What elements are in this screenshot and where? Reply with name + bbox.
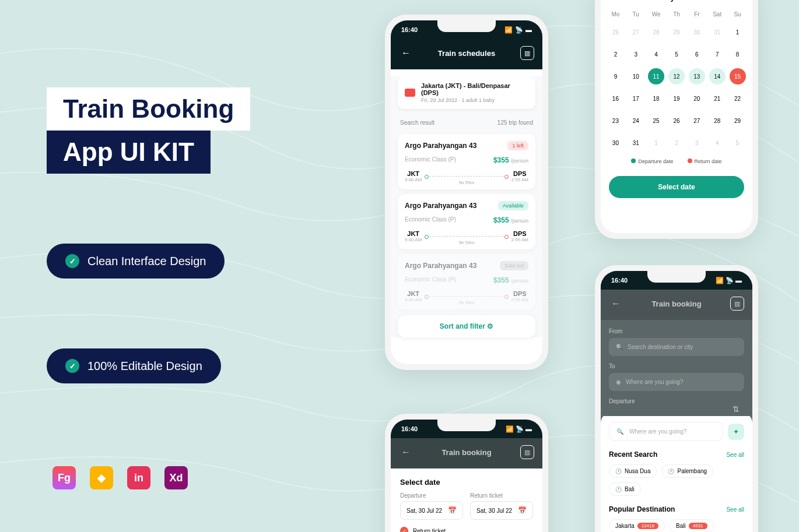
prev-month-icon[interactable]: ‹ (610, 0, 613, 2)
calendar-day[interactable]: 4 (709, 135, 726, 151)
calendar-day[interactable]: 29 (730, 112, 746, 129)
calendar-day[interactable]: 5 (730, 135, 746, 151)
from-time: 9:00 AM (405, 297, 422, 302)
search-input[interactable]: 🔍 Where are you going? (609, 422, 723, 441)
search-icon: 🔍 (616, 344, 623, 350)
calendar-day[interactable]: 13 (689, 68, 705, 84)
calendar-day[interactable]: 15 (730, 68, 746, 84)
availability-badge: Available (498, 201, 528, 210)
calendar-day[interactable]: 26 (607, 24, 623, 40)
calendar-day[interactable]: 3 (689, 135, 705, 151)
calendar-day[interactable]: 6 (689, 46, 705, 62)
see-all-link[interactable]: See all (726, 452, 744, 458)
back-icon[interactable]: ← (609, 297, 623, 311)
calendar-day[interactable]: 3 (628, 46, 644, 62)
feature-2-text: 100% Editable Design (87, 360, 202, 373)
calendar-day[interactable]: 18 (648, 90, 664, 107)
calendar-day[interactable]: 10 (628, 68, 644, 84)
calendar-day[interactable]: 21 (709, 90, 726, 107)
bookmark-icon[interactable]: ▥ (730, 297, 744, 311)
calendar-day[interactable]: 9 (607, 68, 623, 84)
calendar-day[interactable]: 31 (628, 135, 644, 151)
calendar-day[interactable]: 14 (709, 68, 726, 84)
calendar-day[interactable]: 24 (628, 112, 644, 129)
calendar-day[interactable]: 8 (730, 46, 746, 62)
see-all-link[interactable]: See all (726, 506, 744, 513)
calendar-day[interactable]: 2 (607, 46, 623, 62)
status-time: 16:40 (401, 26, 418, 33)
select-date-button[interactable]: Select date (609, 176, 744, 198)
calendar-day[interactable]: 30 (689, 24, 705, 40)
calendar-day[interactable]: 12 (668, 68, 685, 84)
calendar-day[interactable]: 4 (648, 46, 664, 62)
bookmark-icon[interactable]: ▥ (520, 445, 534, 459)
trip-price: $355 /person (493, 156, 528, 164)
calendar-day[interactable]: 29 (668, 24, 685, 40)
sort-filter-button[interactable]: Sort and filter ⚙ (398, 315, 535, 337)
calendar-day[interactable]: 23 (607, 112, 623, 129)
recent-chip[interactable]: 🕐Nusa Dua (609, 464, 657, 478)
clock-icon: 🕐 (615, 487, 622, 492)
notch (437, 420, 496, 431)
locate-button[interactable]: ✦ (728, 424, 744, 440)
calendar-day[interactable]: 31 (709, 24, 726, 40)
trip-card[interactable]: Argo Parahyangan 43 Available Economic C… (398, 194, 535, 249)
bookmark-icon[interactable]: ▥ (520, 46, 534, 60)
to-input[interactable]: ◉ Where are you going? (609, 373, 744, 391)
next-month-icon[interactable]: › (740, 0, 743, 2)
trip-card[interactable]: Argo Parahyangan 43 Sold out Economic Cl… (398, 254, 535, 309)
calendar-day[interactable]: 5 (668, 46, 685, 62)
feature-pill-1: ✓ Clean Interface Design (47, 244, 225, 279)
return-input[interactable]: Sat, 30 Jul 22 📅 (470, 501, 533, 520)
trip-card[interactable]: Argo Parahyangan 43 1 left Economic Clas… (398, 134, 535, 189)
depart-dot-icon (631, 158, 636, 163)
calendar-day[interactable]: 17 (628, 90, 644, 107)
calendar-day[interactable]: 1 (730, 24, 746, 40)
calendar-day[interactable]: 11 (648, 68, 664, 84)
header-title: Train schedules (438, 49, 495, 58)
back-icon[interactable]: ← (399, 445, 413, 459)
status-time: 16:40 (401, 425, 418, 432)
recent-chip[interactable]: 🕐Palembang (661, 464, 713, 478)
calendar-day[interactable]: 26 (668, 112, 685, 129)
notch (647, 271, 706, 283)
popular-chip[interactable]: Bali4531 (670, 519, 713, 532)
promo-title-1: Train Booking (47, 87, 250, 131)
phone-calendar: ‹ July 2022 › MoTuWeThFrSatSu26272829303… (595, 0, 758, 239)
return-dot-icon (688, 158, 692, 163)
location-icon: ◉ (616, 379, 621, 385)
search-result-label: Search result (400, 119, 434, 126)
calendar-day[interactable]: 16 (607, 90, 623, 107)
popular-chip[interactable]: Jakarta12419 (609, 519, 665, 532)
popular-title: Popular Destination (609, 505, 675, 513)
status-icons: 📶 📡 ▬ (504, 26, 532, 34)
calendar-day[interactable]: 1 (648, 135, 664, 151)
calendar-day[interactable]: 28 (709, 112, 726, 129)
day-of-week: We (647, 9, 665, 20)
route-summary-card[interactable]: Jakarta (JKT) - Bali/Denpasar (DPS) Fri,… (398, 76, 535, 109)
recent-chip[interactable]: 🕐Bali (609, 482, 641, 496)
calendar-day[interactable]: 28 (648, 24, 664, 40)
calendar-day[interactable]: 19 (668, 90, 685, 107)
from-code: JKT (405, 290, 422, 297)
calendar-day[interactable]: 27 (689, 112, 705, 129)
calendar-day[interactable]: 20 (689, 90, 705, 107)
tool-icons: Fg ◆ in Xd (52, 466, 188, 489)
calendar-day[interactable]: 27 (628, 24, 644, 40)
trip-count: 125 trip found (497, 119, 533, 126)
calendar-day[interactable]: 25 (648, 112, 664, 129)
calendar-day[interactable]: 30 (607, 135, 623, 151)
swap-icon[interactable]: ⇅ (733, 404, 740, 414)
phone-select-date: 16:40 📶 📡 ▬ ← Train booking ▥ Select dat… (385, 414, 548, 532)
status-icons: 📶 📡 ▬ (506, 425, 532, 433)
from-input[interactable]: 🔍 Search destination or city (609, 338, 744, 356)
trip-class: Economic Class (P) (405, 276, 456, 284)
chip-count: 12419 (637, 523, 658, 529)
calendar-day[interactable]: 22 (730, 90, 746, 107)
calendar-day[interactable]: 7 (709, 46, 726, 62)
back-icon[interactable]: ← (399, 46, 413, 60)
departure-input[interactable]: Sat, 30 Jul 22 📅 (400, 501, 463, 520)
return-ticket-checkbox[interactable]: ✓ Return ticket (391, 520, 542, 532)
calendar-day[interactable]: 2 (668, 135, 685, 151)
from-time: 9:00 AM (405, 237, 422, 242)
